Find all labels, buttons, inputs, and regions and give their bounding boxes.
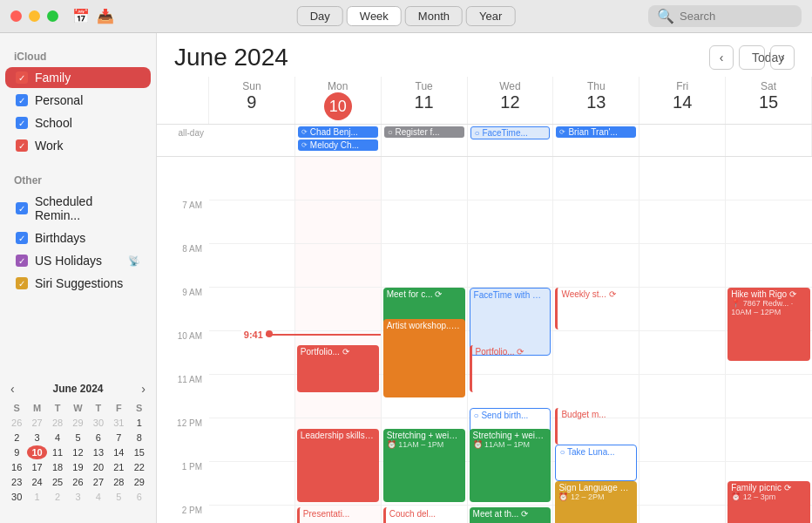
mini-cal-day-19[interactable]: 19 — [68, 460, 87, 474]
mini-cal-day-14[interactable]: 14 — [109, 445, 128, 459]
today-button[interactable]: Today — [739, 45, 765, 70]
siri-checkbox[interactable]: ✓ — [16, 277, 28, 289]
mini-cal-day-24[interactable]: 24 — [27, 475, 46, 489]
event-portfolio-mon[interactable]: Portfolio... ⟳ — [297, 345, 379, 392]
mini-cal-day-6[interactable]: 6 — [89, 431, 108, 445]
reminders-checkbox[interactable]: ✓ — [16, 202, 28, 214]
mini-cal-day-15[interactable]: 15 — [130, 445, 149, 459]
icloud-section-label: iCloud — [0, 44, 156, 66]
event-hike[interactable]: Hike with Rigo ⟳ 📍 7867 Redw... · 10AM –… — [727, 288, 810, 361]
mini-cal-next[interactable]: › — [141, 382, 145, 396]
other-section-label: Other — [0, 167, 156, 190]
sidebar-item-birthdays[interactable]: ✓ Birthdays — [5, 228, 151, 248]
month-view-button[interactable]: Month — [405, 6, 463, 26]
sidebar-item-personal[interactable]: ✓ Personal — [5, 90, 151, 111]
event-meet-at[interactable]: Meet at th... ⟳ — [470, 507, 551, 523]
mini-cal-day-9[interactable]: 9 — [7, 445, 26, 459]
mini-cal-day-31a[interactable]: 31 — [109, 416, 128, 430]
event-leadership[interactable]: Leadership skills work... ⟳ — [297, 429, 379, 502]
year-view-button[interactable]: Year — [466, 6, 515, 26]
mini-cal-day-3[interactable]: 3 — [27, 431, 46, 445]
allday-event-brian[interactable]: ⟳Brian Tran'... — [556, 126, 636, 138]
search-input[interactable] — [680, 10, 793, 23]
mini-cal-day-26a[interactable]: 26 — [7, 416, 26, 430]
mini-cal-day-28a[interactable]: 28 — [48, 416, 67, 430]
sidebar-item-siri[interactable]: ✓ Siri Suggestions — [5, 273, 151, 294]
mini-cal-day-16[interactable]: 16 — [7, 460, 26, 474]
mini-cal-day-26b[interactable]: 26 — [68, 475, 87, 489]
close-button[interactable] — [10, 10, 22, 22]
event-family-picnic[interactable]: Family picnic ⟳ ⏰ 12 – 3pm — [727, 481, 810, 523]
work-checkbox[interactable]: ✓ — [16, 139, 28, 152]
mini-cal-day-30[interactable]: 30 — [7, 490, 26, 504]
mini-cal-day-11[interactable]: 11 — [48, 445, 67, 459]
birthdays-checkbox[interactable]: ✓ — [16, 232, 28, 244]
event-stretching-wed[interactable]: Stretching + weights ⏰ 11AM – 1PM — [470, 429, 551, 502]
event-budget[interactable]: Budget m... — [555, 408, 637, 445]
mini-cal-day-7[interactable]: 7 — [109, 431, 128, 445]
mini-cal-day-23[interactable]: 23 — [7, 475, 26, 489]
minimize-button[interactable] — [29, 10, 40, 22]
cal-prev-button[interactable]: ‹ — [709, 45, 734, 70]
event-artist[interactable]: Artist workshop... ⟳ — [383, 319, 465, 397]
mini-cal-day-20[interactable]: 20 — [89, 460, 108, 474]
event-luna[interactable]: ○ Take Luna... — [555, 445, 637, 481]
mini-cal-day-17[interactable]: 17 — [27, 460, 46, 474]
maximize-button[interactable] — [47, 10, 58, 22]
mini-cal-day-5[interactable]: 5 — [68, 431, 87, 445]
mini-cal-day-29b[interactable]: 29 — [130, 475, 149, 489]
day-view-button[interactable]: Day — [297, 6, 343, 26]
event-sign-lang[interactable]: Sign Language Club ⏰ 12 – 2PM — [555, 481, 637, 523]
mini-cal-day-30a[interactable]: 30 — [89, 416, 108, 430]
mini-cal-day-27a[interactable]: 27 — [27, 416, 46, 430]
mini-cal-day-21[interactable]: 21 — [109, 460, 128, 474]
mini-cal-day-5b[interactable]: 5 — [109, 490, 128, 504]
mini-cal-day-2[interactable]: 2 — [7, 431, 26, 445]
allday-event-facetime[interactable]: ○ FaceTime... — [470, 126, 551, 139]
school-checkbox[interactable]: ✓ — [16, 117, 28, 129]
mini-cal-day-2b[interactable]: 2 — [48, 490, 67, 504]
family-checkbox[interactable]: ✓ — [16, 71, 28, 84]
mini-cal-day-10[interactable]: 10 — [27, 445, 46, 459]
event-couch[interactable]: Couch del... — [383, 507, 465, 523]
thu-num: 13 — [553, 92, 639, 112]
mini-cal-day-4b[interactable]: 4 — [89, 490, 108, 504]
mini-cal-day-3b[interactable]: 3 — [68, 490, 87, 504]
mini-cal-day-29a[interactable]: 29 — [68, 416, 87, 430]
mini-cal-day-1b[interactable]: 1 — [27, 490, 46, 504]
mini-cal-day-4[interactable]: 4 — [48, 431, 67, 445]
sidebar-item-family[interactable]: ✓ Family — [5, 67, 151, 88]
mini-cal-day-28b[interactable]: 28 — [109, 475, 128, 489]
sidebar-item-holidays[interactable]: ✓ US Holidays 📡 — [5, 250, 151, 271]
event-stretching-tue[interactable]: Stretching + weights ⏰ 11AM – 1PM — [383, 429, 465, 502]
mini-cal-day-13[interactable]: 13 — [89, 445, 108, 459]
event-presentation[interactable]: Presentati... — [297, 507, 379, 523]
sidebar-item-school[interactable]: ✓ School — [5, 112, 151, 133]
time-7am: 7 AM — [157, 200, 209, 244]
mini-cal-day-18[interactable]: 18 — [48, 460, 67, 474]
event-weekly[interactable]: Weekly st... ⟳ — [555, 288, 637, 329]
mini-cal-day-25[interactable]: 25 — [48, 475, 67, 489]
send-birth-title: ○ Send birth... — [474, 411, 547, 420]
mini-cal-day-12[interactable]: 12 — [68, 445, 87, 459]
sidebar-item-work[interactable]: ✓ Work — [5, 135, 151, 156]
mini-cal-day-6b[interactable]: 6 — [130, 490, 149, 504]
holidays-checkbox[interactable]: ✓ — [16, 255, 28, 267]
sidebar-item-reminders[interactable]: ✓ Scheduled Remin... — [5, 191, 151, 226]
mini-cal-day-27b[interactable]: 27 — [89, 475, 108, 489]
thu-label: Thu — [553, 80, 639, 92]
week-view-button[interactable]: Week — [347, 6, 402, 26]
personal-checkbox[interactable]: ✓ — [16, 94, 28, 106]
week-scroll[interactable]: 7 AM 8 AM 9 AM 10 AM 11 AM 12 PM 1 PM 2 … — [157, 157, 812, 523]
mini-cal-day-22[interactable]: 22 — [130, 460, 149, 474]
search-box[interactable]: 🔍 — [648, 5, 802, 27]
mini-cal-prev[interactable]: ‹ — [10, 382, 15, 396]
cal-next-button[interactable]: › — [770, 45, 795, 70]
allday-event-melody[interactable]: ⟳Melody Ch... — [298, 139, 378, 151]
event-portfolio-wed[interactable]: Portfolio... ⟳ — [470, 345, 551, 392]
allday-event-chad[interactable]: ⟳Chad Benj... — [298, 126, 378, 138]
allday-event-register[interactable]: ○ Register f... — [384, 126, 464, 138]
mini-cal-day-1[interactable]: 1 — [130, 416, 149, 430]
mini-cal-day-8[interactable]: 8 — [130, 431, 149, 445]
mon-h0 — [295, 157, 381, 200]
